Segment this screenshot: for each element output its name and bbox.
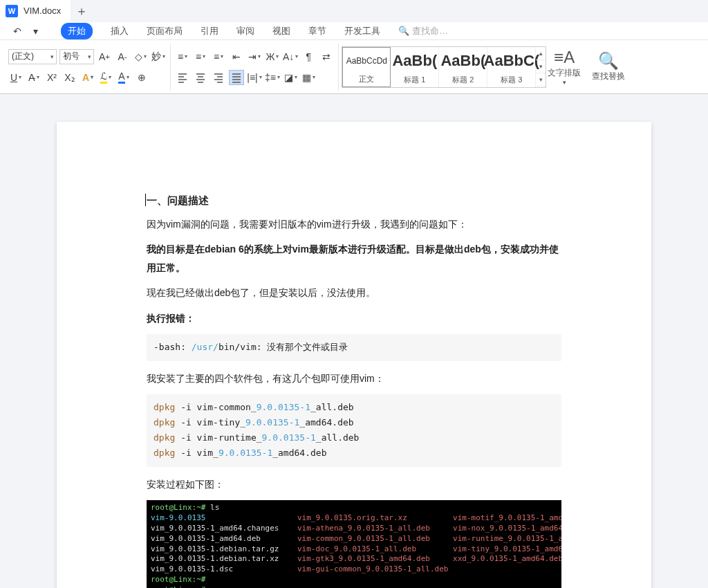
superscript-button[interactable]: X² bbox=[44, 70, 59, 85]
terminal-screenshot: root@Linx:~# ls vim-9.0.0135 vim_9.0.013… bbox=[147, 500, 561, 588]
align-center-button[interactable] bbox=[193, 70, 208, 85]
wps-word-icon: W bbox=[6, 5, 18, 17]
text-layout-icon: ≡A bbox=[554, 48, 575, 67]
text-cursor bbox=[145, 194, 146, 206]
menu-start[interactable]: 开始 bbox=[61, 23, 93, 39]
style-heading1[interactable]: AaBb(标题 1 bbox=[391, 47, 439, 87]
style-heading3[interactable]: AaBbC(标题 3 bbox=[487, 47, 536, 87]
document-viewport[interactable]: 一、问题描述 因为vim漏洞的问题，我需要对旧版本的vim进行升级，我遇到的问题… bbox=[0, 94, 708, 588]
search-box[interactable]: 🔍 查找命… bbox=[398, 25, 448, 37]
document-page[interactable]: 一、问题描述 因为vim漏洞的问题，我需要对旧版本的vim进行升级，我遇到的问题… bbox=[57, 122, 651, 588]
text-effects-button[interactable]: A bbox=[80, 70, 95, 85]
search-icon: 🔍 bbox=[398, 26, 409, 36]
sort-button[interactable]: A↓ bbox=[283, 49, 298, 64]
new-tab-button[interactable]: ＋ bbox=[71, 0, 93, 22]
menu-view[interactable]: 视图 bbox=[272, 25, 290, 37]
enclose-char-button[interactable]: ⊕ bbox=[134, 70, 149, 85]
clear-format-button[interactable]: ◇ bbox=[133, 49, 148, 64]
menu-review[interactable]: 审阅 bbox=[236, 25, 254, 37]
numbering-button[interactable]: ≡ bbox=[193, 49, 208, 64]
undo-button[interactable]: ↶ bbox=[10, 24, 25, 39]
outline-button[interactable]: ≡ bbox=[211, 49, 226, 64]
code-block-error: -bash: /usr/bin/vim: 没有那个文件或目录 bbox=[147, 334, 561, 360]
menu-bar: ↶ ▾ 开始 插入 页面布局 引用 审阅 视图 章节 开发工具 🔍 查找命… bbox=[0, 22, 708, 40]
font-group: (正文) 初号 A+ A- ◇ 妙 U A̶ X² X₂ A ℒ A ⊕ bbox=[4, 44, 171, 91]
menu-page-layout[interactable]: 页面布局 bbox=[147, 25, 183, 37]
phonetic-guide-button[interactable]: 妙 bbox=[151, 49, 166, 64]
doc-subheading: 执行报错： bbox=[147, 309, 561, 328]
align-left-button[interactable] bbox=[175, 70, 190, 85]
underline-button[interactable]: U bbox=[8, 70, 24, 85]
titlebar: W VIM.docx ＋ bbox=[0, 0, 708, 22]
distribute-button[interactable]: |≡| bbox=[247, 70, 262, 85]
menu-dev-tools[interactable]: 开发工具 bbox=[344, 25, 380, 37]
doc-paragraph: 我安装了主要的四个软件包，有这几个包即可使用vim： bbox=[147, 369, 561, 388]
borders-button[interactable]: ▦ bbox=[301, 70, 316, 85]
styles-scroll[interactable]: ▴▾▾ bbox=[536, 47, 546, 87]
style-heading2[interactable]: AaBb(标题 2 bbox=[439, 47, 487, 87]
doc-heading-1: 一、问题描述 bbox=[147, 191, 561, 211]
doc-paragraph: 现在我已经做出deb包了，但是安装以后，没法使用。 bbox=[147, 284, 561, 302]
align-justify-button[interactable] bbox=[229, 70, 244, 85]
document-title: VIM.docx bbox=[24, 6, 61, 16]
increase-indent-button[interactable]: ⇥ bbox=[247, 49, 262, 64]
font-family-select[interactable]: (正文) bbox=[8, 49, 57, 64]
menu-references[interactable]: 引用 bbox=[201, 25, 218, 37]
magnifier-icon: 🔍 bbox=[598, 51, 619, 71]
search-placeholder: 查找命… bbox=[412, 25, 448, 37]
tab-stop-button[interactable]: ⇄ bbox=[319, 49, 334, 64]
redo-dropdown[interactable]: ▾ bbox=[28, 24, 43, 39]
asian-layout-button[interactable]: Ж bbox=[265, 49, 280, 64]
find-replace-button[interactable]: 🔍 查找替换 bbox=[590, 44, 626, 91]
text-layout-button[interactable]: ≡A 文字排版▾ bbox=[546, 44, 582, 91]
menu-chapter[interactable]: 章节 bbox=[308, 25, 326, 37]
menu-insert[interactable]: 插入 bbox=[111, 25, 129, 37]
document-tab[interactable]: W VIM.docx bbox=[0, 0, 71, 22]
style-body[interactable]: AaBbCcDd正文 bbox=[342, 47, 391, 87]
bullets-button[interactable]: ≡ bbox=[175, 49, 190, 64]
align-right-button[interactable] bbox=[211, 70, 226, 85]
code-block-dpkg: dpkg -i vim-common_9.0.0135-1_all.debdpk… bbox=[147, 394, 561, 466]
subscript-button[interactable]: X₂ bbox=[62, 70, 77, 85]
show-marks-button[interactable]: ¶ bbox=[301, 49, 316, 64]
shading-button[interactable]: ◪ bbox=[283, 70, 298, 85]
highlight-button[interactable]: ℒ bbox=[98, 70, 113, 85]
font-size-select[interactable]: 初号 bbox=[59, 49, 94, 64]
doc-paragraph-bold: 我的目标是在debian 6的系统上对vim最新版本进行升级适配。目标是做出de… bbox=[147, 240, 561, 277]
paragraph-group: ≡ ≡ ≡ ⇤ ⇥ Ж A↓ ¶ ⇄ |≡| ‡≡ ◪ ▦ bbox=[171, 44, 339, 91]
ribbon: (正文) 初号 A+ A- ◇ 妙 U A̶ X² X₂ A ℒ A ⊕ ≡ ≡… bbox=[0, 40, 708, 94]
decrease-font-button[interactable]: A- bbox=[115, 49, 130, 64]
doc-paragraph: 因为vim漏洞的问题，我需要对旧版本的vim进行升级，我遇到的问题如下： bbox=[147, 215, 561, 234]
decrease-indent-button[interactable]: ⇤ bbox=[229, 49, 244, 64]
styles-gallery: AaBbCcDd正文 AaBb(标题 1 AaBb(标题 2 AaBbC(标题 … bbox=[342, 46, 546, 88]
line-spacing-button[interactable]: ‡≡ bbox=[265, 70, 280, 85]
doc-paragraph: 安装过程如下图： bbox=[147, 475, 561, 494]
increase-font-button[interactable]: A+ bbox=[97, 49, 112, 64]
strikethrough-button[interactable]: A̶ bbox=[26, 70, 41, 85]
font-color-button[interactable]: A bbox=[116, 70, 131, 85]
